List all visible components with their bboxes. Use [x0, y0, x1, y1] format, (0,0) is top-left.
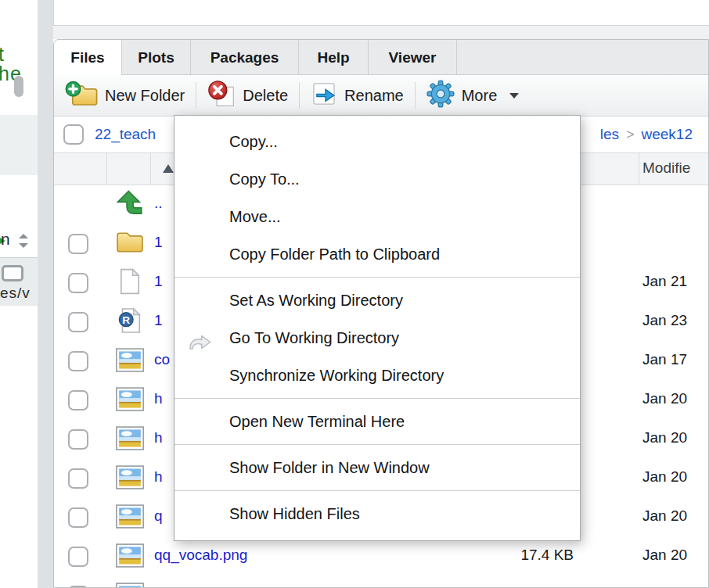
- menu-separator: [175, 490, 580, 491]
- row-checkbox[interactable]: [68, 273, 88, 293]
- context-menu-item-label: Open New Terminal Here: [229, 413, 405, 430]
- context-menu-item-label: Copy Folder Path to Clipboard: [229, 246, 440, 263]
- editor-text-fragment: n: [1, 230, 10, 249]
- row-checkbox[interactable]: [68, 351, 88, 371]
- image-file-icon: [116, 348, 144, 375]
- context-menu-items: Copy... Copy To... Move... Copy Folder P…: [175, 123, 580, 532]
- breadcrumb-item[interactable]: les: [600, 126, 619, 143]
- image-file-icon: [116, 465, 144, 493]
- upper-pane-fragment: [53, 0, 709, 26]
- context-menu-item[interactable]: Synchronize Working Directory: [175, 357, 580, 394]
- gear-icon: [426, 80, 455, 112]
- column-divider: [639, 153, 639, 185]
- chevron-down-icon: [509, 93, 519, 99]
- rename-label: Rename: [344, 87, 404, 105]
- tab-help[interactable]: Help: [299, 40, 369, 75]
- context-menu-item[interactable]: Go To Working Directory: [175, 319, 580, 357]
- file-name-link[interactable]: h: [154, 390, 163, 407]
- image-file-icon: [116, 387, 144, 414]
- breadcrumb-chevron-icon: >: [626, 127, 635, 143]
- context-menu-item[interactable]: Show Hidden Files: [175, 495, 580, 532]
- file-modified-date: Jan 20: [642, 507, 687, 525]
- file-modified-date: Jan 21: [642, 273, 687, 290]
- file-modified-date: Jan 20: [642, 390, 687, 407]
- context-menu-item-label: Show Folder in New Window: [229, 459, 430, 476]
- rename-icon: [311, 81, 337, 111]
- row-checkbox[interactable]: [68, 507, 88, 528]
- context-menu-item[interactable]: Copy Folder Path to Clipboard: [175, 235, 580, 273]
- breadcrumb-item[interactable]: 22_teach: [95, 126, 156, 143]
- r-file-icon: R: [118, 307, 142, 337]
- rename-button[interactable]: Rename: [304, 80, 410, 111]
- breadcrumb-item-current[interactable]: week12: [642, 126, 693, 143]
- context-menu-item[interactable]: Copy To...: [175, 160, 580, 198]
- context-menu-item-label: Copy...: [229, 133, 278, 150]
- file-modified-date: Jan 17: [642, 351, 687, 368]
- toolbar-separator: [415, 82, 416, 109]
- file-name-link[interactable]: qq_vocab.png: [154, 547, 247, 564]
- row-checkbox[interactable]: [68, 468, 88, 489]
- row-checkbox[interactable]: [68, 390, 88, 411]
- column-divider: [106, 153, 107, 185]
- file-name-link[interactable]: q: [154, 507, 163, 525]
- up-one-level-icon: [116, 189, 144, 220]
- sort-ascending-icon[interactable]: [163, 164, 174, 173]
- file-name-link[interactable]: 1: [154, 234, 163, 251]
- select-all-checkbox[interactable]: [63, 124, 84, 145]
- modified-column-header[interactable]: Modifie: [642, 160, 690, 177]
- file-modified-date: Jan 20: [642, 429, 687, 446]
- context-menu-item[interactable]: Open New Terminal Here: [175, 403, 580, 440]
- file-name-link[interactable]: 1: [154, 312, 163, 329]
- image-file-icon: [116, 583, 144, 588]
- context-menu-item-label: Set As Working Directory: [229, 292, 403, 309]
- working-directory-fragment: es/v: [0, 285, 31, 302]
- delete-label: Delete: [243, 87, 288, 105]
- file-modified-date: Jan 20: [642, 547, 687, 564]
- file-name-link[interactable]: h: [154, 429, 163, 446]
- sort-spinner-icon[interactable]: [19, 234, 28, 248]
- more-button[interactable]: More: [420, 80, 526, 111]
- tab-viewer[interactable]: Viewer: [369, 40, 457, 75]
- menu-separator: [175, 277, 580, 278]
- file-modified-date: Jan 23: [642, 312, 687, 329]
- context-menu-item[interactable]: Set As Working Directory: [175, 281, 580, 319]
- row-checkbox[interactable]: [68, 312, 88, 332]
- window-icon: [2, 265, 23, 281]
- file-name-link[interactable]: h: [154, 468, 163, 486]
- row-checkbox[interactable]: [68, 234, 88, 254]
- file-modified-date: Jan 20: [642, 468, 687, 486]
- file-icon: [119, 268, 141, 298]
- tab-files[interactable]: Files: [54, 40, 122, 75]
- tab-plots[interactable]: Plots: [122, 40, 191, 75]
- context-menu-item[interactable]: Copy...: [175, 123, 580, 160]
- editor-selection-fragment: [0, 115, 38, 175]
- delete-icon: [207, 80, 236, 112]
- more-label: More: [462, 87, 498, 105]
- file-name-link[interactable]: ..: [154, 195, 163, 212]
- file-name-link[interactable]: 1: [154, 273, 163, 290]
- pane-tabbar: Files Plots Packages Help Viewer: [54, 40, 708, 75]
- table-row[interactable]: qq_vocab.png 17.4 KB Jan 20: [54, 537, 708, 576]
- scrollbar-thumb[interactable]: [14, 76, 23, 97]
- context-menu: Copy... Copy To... Move... Copy Folder P…: [174, 115, 581, 541]
- context-menu-item[interactable]: Move...: [175, 198, 580, 235]
- console-header-fragment: es/v: [0, 257, 38, 306]
- table-row[interactable]: 17.1 KB Jan 20: [54, 576, 708, 588]
- tab-packages[interactable]: Packages: [191, 40, 299, 75]
- row-checkbox[interactable]: [68, 547, 88, 567]
- file-size: 17.4 KB: [414, 547, 574, 564]
- svg-text:R: R: [122, 314, 130, 326]
- file-name-link[interactable]: co: [154, 351, 170, 368]
- context-menu-item-label: Show Hidden Files: [229, 505, 360, 522]
- context-menu-item[interactable]: Show Folder in New Window: [175, 449, 580, 486]
- image-file-icon: [116, 426, 144, 454]
- menu-separator: [175, 444, 580, 445]
- context-menu-item-label: Go To Working Directory: [229, 329, 399, 346]
- context-menu-item-label: Synchronize Working Directory: [229, 367, 444, 384]
- delete-button[interactable]: Delete: [201, 80, 294, 111]
- row-checkbox[interactable]: [68, 429, 88, 450]
- folder-icon: [116, 231, 144, 257]
- rstudio-files-pane-screenshot: t he n es/v Files Plots Packages Help Vi…: [0, 0, 709, 588]
- new-folder-button[interactable]: New Folder: [59, 80, 191, 111]
- pane-divider[interactable]: [38, 0, 53, 588]
